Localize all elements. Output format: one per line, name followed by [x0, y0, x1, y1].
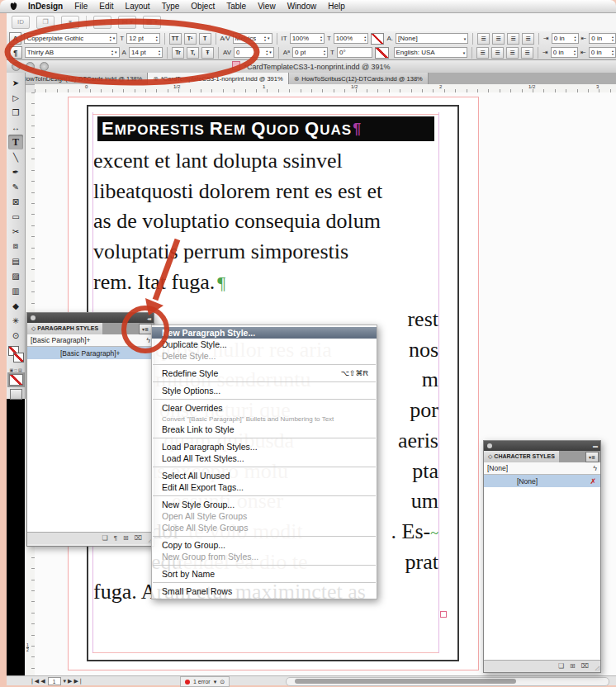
page-nav-forward-buttons[interactable]: ▾ ▶ ▶❘ — [64, 678, 83, 685]
style-group-icon[interactable]: ❏ — [558, 663, 564, 670]
page-tool[interactable]: ❐ — [8, 105, 23, 120]
font-style-field[interactable]: Thirty AB▴▾▾ — [25, 47, 120, 58]
create-new-style-button[interactable]: ⊞ — [570, 663, 576, 670]
free-transform-tool[interactable]: ⧈ — [8, 239, 23, 253]
rectangle-tool[interactable]: ▭ — [8, 209, 23, 224]
justify-button[interactable]: ☰ — [522, 33, 534, 45]
fill-color-none-swatch[interactable] — [371, 33, 384, 45]
align-center-button[interactable]: ☰ — [492, 33, 505, 45]
type-tool[interactable]: T — [8, 135, 23, 149]
tab-close-icon[interactable]: ⊗ — [153, 75, 159, 83]
zoom-level-dropdown[interactable]: ▾ — [61, 16, 79, 29]
document-tab-3[interactable]: ⊗HowToScribusC(12)-DTCards.indd @ 138% — [289, 73, 429, 84]
line-tool[interactable]: ╲ — [8, 149, 23, 164]
note-tool[interactable]: ▥ — [8, 283, 23, 298]
baseline-shift-field[interactable]: 0 pt▴▾ — [292, 47, 328, 58]
view-options-icon[interactable]: ⋈ ▾ — [118, 16, 136, 29]
panel-collapse-icon[interactable]: ▬ — [593, 443, 597, 448]
paragraph-styles-panel-menu-icon[interactable]: ▾≣ — [139, 324, 152, 334]
menu-item-small-panel-rows[interactable]: Small Panel Rows — [152, 585, 377, 597]
menu-item-new-style-group[interactable]: New Style Group... — [152, 499, 377, 510]
hand-tool[interactable]: ✳ — [8, 313, 23, 328]
gradient-feather-tool[interactable]: ▨ — [8, 268, 23, 283]
tab-close-icon[interactable]: ⊗ — [294, 75, 300, 83]
fill-stroke-swatches[interactable] — [7, 344, 24, 366]
gradient-swatch-tool[interactable]: ▤ — [8, 253, 23, 268]
formatting-affects-buttons[interactable]: ▣ □ ▤ — [9, 367, 21, 372]
font-size-field[interactable]: 12 pt▴▾ — [126, 33, 159, 44]
menu-item-object[interactable]: Object — [185, 2, 220, 11]
menu-item-window[interactable]: Window — [282, 2, 323, 11]
leading-field[interactable]: 14 pt▴▾ — [129, 47, 163, 58]
menu-item-help[interactable]: Help — [322, 2, 351, 11]
menu-item-clear-overrides[interactable]: Clear Overrides — [152, 402, 377, 414]
menu-item-type[interactable]: Type — [156, 2, 186, 11]
paragraph-styles-titlebar[interactable]: ◂◂ — [27, 313, 154, 323]
tab-character-styles[interactable]: ◇ CHARACTER STYLES — [484, 451, 559, 462]
delete-style-button[interactable]: ⌧ — [581, 663, 589, 670]
menu-item-new-paragraph-style[interactable]: New Paragraph Style... — [152, 327, 377, 339]
character-style-field[interactable]: [None]▾ — [396, 33, 468, 44]
screen-mode-icon[interactable]: ▦ ▾ — [143, 16, 161, 29]
document-grid-icon[interactable]: ▭ — [93, 16, 111, 29]
menu-item-table[interactable]: Table — [220, 2, 252, 11]
text-frame-out-port[interactable] — [440, 611, 447, 618]
menu-item-layout[interactable]: Layout — [120, 2, 156, 11]
page-nav-icon[interactable]: ❘◀ — [30, 678, 40, 684]
menu-item-break-link-to-style[interactable]: Break Link to Style — [152, 424, 377, 435]
gap-tool[interactable]: ↔ — [8, 120, 23, 135]
page-number-field[interactable]: 1 — [48, 677, 61, 685]
justify-left-button[interactable]: ☰ — [476, 47, 489, 59]
align-left-button[interactable]: ☰ — [477, 33, 490, 45]
kerning-field[interactable]: Metrics▴▾▾ — [233, 33, 272, 44]
page-nav-icon[interactable]: ▶❘ — [73, 678, 83, 684]
menu-item-indesign[interactable]: InDesign — [22, 2, 69, 11]
menu-item-load-all-text-styles[interactable]: Load All Text Styles... — [152, 452, 377, 464]
horizontal-scale-field[interactable]: 100%▴▾ — [334, 33, 368, 44]
menu-item-style-options[interactable]: Style Options... — [152, 385, 377, 396]
tracking-field[interactable]: 0▴▾▾ — [234, 47, 274, 58]
menu-item-sort-by-name[interactable]: Sort by Name — [152, 568, 377, 580]
justify-center-button[interactable]: ☰ — [491, 47, 504, 59]
horizontal-scrollbar-thumb[interactable] — [295, 679, 516, 684]
zoom-tool[interactable]: ⊙ — [8, 328, 23, 343]
justify-right-button[interactable]: ☰ — [506, 47, 519, 59]
menu-item-file[interactable]: File — [69, 2, 93, 11]
language-field[interactable]: English: USA▾ — [394, 47, 468, 58]
all-caps-button[interactable]: TT — [169, 33, 182, 45]
panel-collapse-icon[interactable]: ◂◂ — [147, 315, 150, 321]
superscript-button[interactable]: T¹ — [184, 33, 197, 45]
bridge-icon[interactable]: ❐ — [36, 16, 54, 29]
selection-tool[interactable]: ➤ — [8, 75, 23, 90]
left-indent-field[interactable]: 0 in▴▾ — [552, 33, 579, 44]
apply-none-button[interactable] — [9, 374, 23, 386]
panel-close-icon[interactable] — [487, 443, 492, 448]
vertical-scale-field[interactable]: 100%▴▾ — [290, 33, 325, 44]
page-nav-icon[interactable]: ◀ — [40, 678, 45, 684]
apple-icon[interactable] — [5, 2, 22, 11]
screen-mode-button[interactable] — [10, 389, 22, 400]
preflight-menu-arrow-icon[interactable]: ▾ — [214, 679, 217, 685]
search-icon[interactable]: ⊙ — [220, 679, 225, 685]
stroke-swatch-none[interactable] — [13, 353, 24, 362]
pencil-tool[interactable]: ✎ — [8, 179, 23, 194]
tab-paragraph-styles[interactable]: ◇ PARAGRAPH STYLES — [27, 323, 102, 334]
style-list-item[interactable]: [None]✗ — [484, 475, 600, 487]
justify-all-button[interactable]: ☰ — [521, 47, 533, 59]
menu-item-redefine-style[interactable]: Redefine Style⌥⇧⌘R — [152, 367, 377, 379]
menu-item-copy-to-group[interactable]: Copy to Group... — [152, 539, 377, 551]
eyedropper-tool[interactable]: ◆ — [8, 298, 23, 313]
panel-resize-grip[interactable]: ◿ — [595, 665, 599, 671]
style-group-icon[interactable]: ❏ — [102, 535, 108, 542]
create-new-style-button[interactable]: ⊞ — [123, 535, 129, 542]
delete-style-button[interactable]: ⌧ — [135, 535, 142, 542]
menu-item-select-all-unused[interactable]: Select All Unused — [152, 470, 377, 481]
pen-tool[interactable]: ✒ — [8, 164, 23, 179]
small-caps-button[interactable]: Tr — [172, 47, 184, 59]
character-styles-panel-menu-icon[interactable]: ▾≣ — [585, 452, 599, 462]
menu-item-view[interactable]: View — [252, 2, 282, 11]
underline-button[interactable]: T — [199, 33, 211, 45]
first-line-indent-field[interactable]: 0 in▴▾ — [551, 47, 578, 58]
preflight-status[interactable]: 1 error ▾ ⊙ — [180, 676, 230, 687]
document-tab-2[interactable]: ⊗*CardTemplateCS3-1-nonprint.indd @ 391% — [148, 73, 288, 84]
